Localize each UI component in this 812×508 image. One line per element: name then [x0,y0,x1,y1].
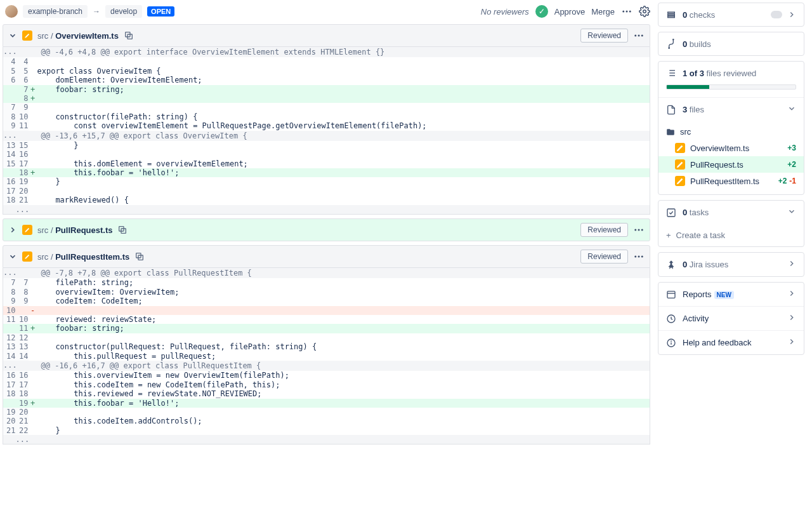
svg-point-8 [641,35,643,37]
diff-line[interactable]: 1313 constructor(pullRequest: PullReques… [3,342,650,351]
help-row[interactable]: Help and feedback [658,330,804,354]
diff-line[interactable]: 7+ foobar: string; [3,85,650,94]
diff-line[interactable]: 1110 reviewed: reviewState; [3,315,650,324]
builds-row[interactable]: 0 builds [658,32,804,55]
diff-line[interactable]: 1619 } [3,177,650,186]
diff-line[interactable]: 79 [3,103,650,112]
copy-path-icon[interactable] [117,225,128,235]
file-more-icon[interactable] [633,224,645,236]
diff-line[interactable]: 11+ foobar: string; [3,324,650,333]
no-reviewers-text: No reviewers [481,7,529,17]
diff-line[interactable]: ...@@ -16,6 +16,7 @@ export class PullRe… [3,361,650,371]
diff-line[interactable]: 810 constructor(filePath: string) { [3,112,650,121]
diff-line[interactable]: ...@@ -7,8 +7,8 @@ export class PullRequ… [3,268,650,278]
diff-line[interactable]: 66 domElement: OverviewItemElement; [3,76,650,84]
file-toggle-chevron-icon[interactable] [8,252,17,261]
svg-point-3 [643,10,646,13]
svg-rect-19 [668,12,675,13]
new-badge: NEW [714,291,734,299]
reviewed-button[interactable]: Reviewed [580,223,628,237]
diff-line[interactable]: 1315 } [3,141,650,150]
approve-button[interactable]: Approve [554,7,585,17]
files-tree-header[interactable]: 3 files [658,97,804,121]
diff-line[interactable]: 1821 markReviewed() { [3,196,650,204]
diff-line[interactable]: ... [3,205,650,215]
merge-button[interactable]: Merge [591,7,615,17]
diff-line[interactable]: 911 const overviewItemElement = PullRequ… [3,121,650,130]
checks-row[interactable]: 0 checks [658,3,804,26]
diff-line[interactable]: 18+ this.foobar = 'hello!'; [3,168,650,177]
file-more-icon[interactable] [633,30,645,41]
diff-line[interactable]: ...@@ -13,6 +15,7 @@ export class Overvi… [3,131,650,141]
diff-line[interactable]: 1920 [3,408,650,417]
chevron-right-icon [787,289,796,298]
target-branch-chip[interactable]: develop [105,5,142,18]
diff-line[interactable]: 1616 this.overviewItem = new OverviewIte… [3,371,650,380]
modified-badge-icon [22,30,32,41]
copy-path-icon[interactable] [124,30,134,41]
checks-icon [666,10,676,20]
diff-line[interactable]: 2021 this.codeItem.addControls(); [3,417,650,425]
diff-line[interactable]: 1818 this.reviewed = reviewState.NOT_REV… [3,389,650,398]
tree-file-item[interactable]: PullRequestItem.ts+2-1 [658,173,804,189]
diff-line[interactable]: 55 export class OverviewItem { [3,67,650,76]
diff-line[interactable]: 1517 this.domElement = overviewItemEleme… [3,159,650,168]
diff-line[interactable]: 1416 [3,150,650,159]
svg-point-17 [638,256,640,258]
reviewed-button[interactable]: Reviewed [580,29,628,43]
jira-row[interactable]: 0 Jira issues [658,253,804,276]
pr-status-badge: OPEN [147,6,174,17]
source-branch-chip[interactable]: example-branch [23,5,88,18]
diff-line[interactable]: 88 overviewItem: OverviewItem; [3,288,650,297]
svg-point-16 [634,256,636,258]
chevron-down-icon [787,104,796,113]
list-icon [666,68,676,78]
create-task-button[interactable]: + Create a task [658,224,804,246]
copy-path-icon[interactable] [134,251,145,262]
plus-icon: + [666,231,671,240]
diff-line[interactable]: 99 codeItem: CodeItem; [3,297,650,305]
modified-badge-icon [675,159,685,170]
author-avatar[interactable] [5,5,18,18]
diff-line[interactable]: 8+ [3,94,650,103]
diff-line[interactable]: ...@@ -4,6 +4,8 @@ export interface Over… [3,47,650,57]
tasks-icon [666,208,676,218]
chevron-right-icon [787,313,796,322]
svg-rect-31 [667,291,675,298]
more-actions-icon[interactable] [621,6,632,17]
reports-row[interactable]: ReportsNEW [658,283,804,306]
chevron-right-icon [787,10,796,19]
svg-point-2 [629,11,631,13]
info-icon [666,338,676,348]
review-progress-bar [666,84,796,90]
tree-folder-src[interactable]: src [658,124,804,140]
activity-row[interactable]: Activity [658,306,804,330]
tree-file-item[interactable]: OverviewItem.ts+3 [658,140,804,156]
modified-badge-icon [22,251,32,262]
file-toggle-chevron-icon[interactable] [8,31,17,40]
settings-gear-icon[interactable] [639,6,650,17]
activity-icon [666,314,676,324]
folder-icon [666,128,675,137]
files-reviewed-row[interactable]: 1 of 3 files reviewed [658,62,804,84]
diff-line[interactable]: 19+ this.foobar = 'Hello!'; [3,399,650,408]
tree-file-item[interactable]: PullRequest.ts+2 [658,156,804,173]
jira-icon [666,260,676,270]
pr-header: example-branch → develop OPEN No reviewe… [3,3,650,24]
file-path: src / PullRequestItem.ts [37,252,129,262]
diff-line[interactable]: 1414 this.pullRequest = pullRequest; [3,352,650,361]
file-more-icon[interactable] [633,251,645,262]
reviewed-button[interactable]: Reviewed [580,250,628,264]
svg-rect-30 [667,209,675,217]
arrow-right-icon: → [93,7,100,16]
tasks-row[interactable]: 0 tasks [658,201,804,224]
diff-line[interactable]: ... [3,435,650,444]
diff-line[interactable]: 10- [3,306,650,315]
diff-line[interactable]: 77 filePath: string; [3,278,650,287]
file-toggle-chevron-icon[interactable] [8,225,17,234]
diff-line[interactable]: 1720 [3,187,650,196]
diff-line[interactable]: 2122 } [3,426,650,435]
diff-line[interactable]: 1717 this.codeItem = new CodeItem(filePa… [3,380,650,389]
diff-line[interactable]: 44 [3,57,650,66]
diff-line[interactable]: 1212 [3,333,650,342]
